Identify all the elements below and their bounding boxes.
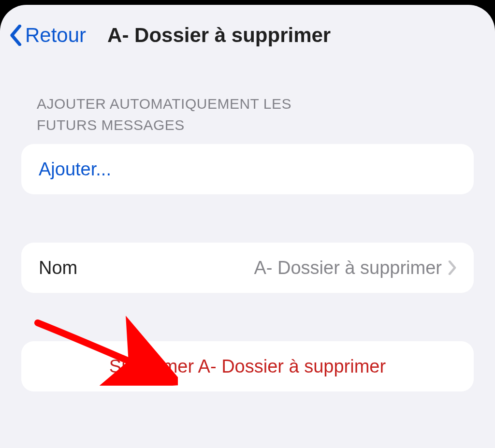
add-button[interactable]: Ajouter... — [21, 144, 474, 194]
back-label: Retour — [25, 24, 86, 47]
spacer — [21, 194, 474, 243]
chevron-right-icon — [448, 260, 456, 275]
spacer — [21, 293, 474, 341]
auto-add-card: Ajouter... — [21, 144, 474, 194]
section-header-line1: AJOUTER AUTOMATIQUEMENT LES — [37, 96, 291, 112]
delete-button[interactable]: Supprimer A- Dossier à supprimer — [21, 341, 474, 391]
delete-card: Supprimer A- Dossier à supprimer — [21, 341, 474, 391]
add-label: Ajouter... — [39, 159, 111, 180]
name-value: A- Dossier à supprimer — [77, 258, 448, 278]
section-header-auto-add: AJOUTER AUTOMATIQUEMENT LES FUTURS MESSA… — [21, 93, 474, 144]
settings-screen: Retour A- Dossier à supprimer AJOUTER AU… — [0, 5, 495, 448]
name-row[interactable]: Nom A- Dossier à supprimer — [21, 243, 474, 293]
page-title: A- Dossier à supprimer — [86, 24, 486, 47]
back-button[interactable]: Retour — [9, 24, 86, 47]
section-header-line2: FUTURS MESSAGES — [37, 117, 185, 133]
delete-label: Supprimer A- Dossier à supprimer — [39, 356, 456, 377]
name-label: Nom — [39, 258, 77, 278]
chevron-left-icon — [9, 25, 22, 46]
content: AJOUTER AUTOMATIQUEMENT LES FUTURS MESSA… — [0, 52, 495, 391]
nav-bar: Retour A- Dossier à supprimer — [0, 14, 495, 52]
name-card: Nom A- Dossier à supprimer — [21, 243, 474, 293]
